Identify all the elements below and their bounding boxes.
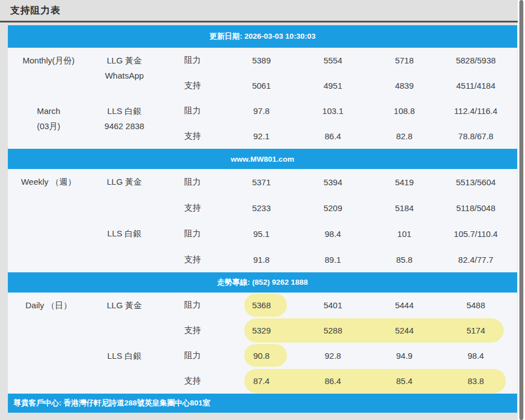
instrument-cell-gold: LLG 黃金 (89, 293, 159, 343)
resistance-label: 阻力 (159, 221, 226, 246)
weekly-section: Weekly （週） LLG 黃金 阻力 5371 5394 5419 5513… (8, 169, 517, 272)
instrument-cell-silver: LLS 白銀 (89, 343, 159, 394)
website-banner: www.MW801.com (8, 149, 517, 169)
instrument-line: LLG 黃金 (107, 53, 142, 68)
instrument-line: LLG 黃金 (107, 298, 142, 313)
value-cell: 5184 (369, 195, 440, 221)
support-label: 支持 (159, 368, 226, 394)
period-line: March (37, 103, 61, 118)
value-cell: 5444 (369, 293, 440, 318)
value-cell: 101 (369, 221, 440, 246)
website-text: www.MW801.com (231, 155, 294, 163)
value-cell: 78.8/67.8 (440, 124, 512, 149)
support-label: 支持 (159, 73, 226, 98)
value-cell: 112.4/116.4 (440, 98, 512, 124)
period-cell-march: March (03月) (8, 98, 89, 149)
instrument-line: LLG 黃金 (107, 174, 142, 189)
hotline-banner: 走勢專線: (852) 9262 1888 (8, 272, 517, 293)
value-cell: 97.8 (226, 98, 297, 124)
period-cell-daily: Daily （日） (8, 293, 89, 343)
period-line: Monthly(月份) (22, 53, 75, 68)
value-cell: 92.8 (297, 343, 368, 368)
instrument-cell-gold: LLG 黃金 (89, 169, 159, 221)
period-cell-empty (8, 221, 89, 272)
value-cell: 98.4 (440, 343, 512, 368)
value-cell: 5368 (226, 293, 297, 318)
value-cell: 86.4 (297, 124, 368, 149)
value-cell: 5488 (440, 293, 512, 318)
instrument-line: 9462 2838 (104, 118, 144, 134)
period-cell-weekly: Weekly （週） (8, 169, 89, 221)
daily-gold-rows: Daily （日） LLG 黃金 阻力 5368 5401 5444 5488 … (8, 293, 517, 343)
value-cell: 94.9 (369, 343, 440, 368)
vertical-scrollbar-thumb[interactable] (519, 0, 523, 420)
weekly-gold-rows: Weekly （週） LLG 黃金 阻力 5371 5394 5419 5513… (8, 169, 517, 221)
value-cell: 85.4 (369, 368, 440, 394)
period-line: Daily （日） (25, 298, 72, 313)
monthly-gold-rows: Monthly(月份) LLG 黃金 WhatsApp 阻力 5389 5554… (8, 48, 517, 98)
page-title: 支持阻力表 (0, 4, 61, 17)
value-cell: 5513/5604 (440, 169, 512, 195)
value-cell: 108.8 (369, 98, 440, 124)
period-line: Weekly （週） (21, 174, 76, 189)
update-date-banner: 更新日期: 2026-03-03 10:30:03 (8, 25, 517, 48)
value-cell: 5174 (440, 318, 512, 343)
instrument-line: LLS 白銀 (107, 348, 141, 363)
resistance-label: 阻力 (159, 98, 226, 124)
support-label: 支持 (159, 318, 226, 343)
value-cell: 4839 (369, 73, 440, 98)
value-cell: 5389 (226, 48, 297, 73)
value-cell: 89.1 (297, 246, 368, 272)
customer-center-text: 尊貴客戶中心: 香港灣仔軒尼詩道288號英皇集團中心801室 (13, 398, 210, 408)
value-cell: 5371 (226, 169, 297, 195)
instrument-cell-silver: LLS 白銀 (89, 221, 159, 272)
period-line: (03月) (37, 118, 61, 134)
value-cell: 5394 (297, 169, 368, 195)
instrument-cell-gold: LLG 黃金 WhatsApp (89, 48, 159, 98)
weekly-silver-rows: LLS 白銀 阻力 95.1 98.4 101 105.7/110.4 支持 9… (8, 221, 517, 272)
resistance-label: 阻力 (159, 48, 226, 73)
value-cell: 87.4 (226, 368, 297, 394)
resistance-label: 阻力 (159, 293, 226, 318)
value-cell: 5401 (297, 293, 368, 318)
value-cell: 5244 (369, 318, 440, 343)
instrument-cell-silver: LLS 白銀 9462 2838 (89, 98, 159, 149)
support-label: 支持 (159, 246, 226, 272)
resistance-label: 阻力 (159, 169, 226, 195)
value-cell: 5554 (297, 48, 368, 73)
value-cell: 5718 (369, 48, 440, 73)
value-cell: 5329 (226, 318, 297, 343)
update-date-text: 更新日期: 2026-03-03 10:30:03 (209, 31, 316, 42)
period-cell-monthly: Monthly(月份) (8, 48, 89, 98)
support-resistance-table: 更新日期: 2026-03-03 10:30:03 Monthly(月份) LL… (8, 25, 517, 413)
value-cell: 5288 (297, 318, 368, 343)
resistance-label: 阻力 (159, 343, 226, 368)
value-cell: 90.8 (226, 343, 297, 368)
value-cell: 82.4/77.7 (440, 246, 512, 272)
value-cell: 4951 (297, 73, 368, 98)
value-cell: 83.8 (440, 368, 512, 394)
value-cell: 92.1 (226, 124, 297, 149)
value-cell: 98.4 (297, 221, 368, 246)
value-cell: 95.1 (226, 221, 297, 246)
daily-section: Daily （日） LLG 黃金 阻力 5368 5401 5444 5488 … (8, 293, 517, 394)
daily-silver-rows: LLS 白銀 阻力 90.8 92.8 94.9 98.4 支持 87.4 86… (8, 343, 517, 394)
value-cell: 5209 (297, 195, 368, 221)
support-label: 支持 (159, 124, 226, 149)
value-cell: 5061 (226, 73, 297, 98)
value-cell: 91.8 (226, 246, 297, 272)
value-cell: 103.1 (297, 98, 368, 124)
value-cell: 5828/5938 (440, 48, 512, 73)
value-cell: 4511/4184 (440, 73, 512, 98)
value-cell: 5419 (369, 169, 440, 195)
monthly-section: Monthly(月份) LLG 黃金 WhatsApp 阻力 5389 5554… (8, 48, 517, 149)
value-cell: 85.8 (369, 246, 440, 272)
support-label: 支持 (159, 195, 226, 221)
value-cell: 5233 (226, 195, 297, 221)
instrument-line: LLS 白銀 (107, 226, 141, 241)
value-cell: 5118/5048 (440, 195, 512, 221)
value-cell: 82.8 (369, 124, 440, 149)
value-cell: 105.7/110.4 (440, 221, 512, 246)
hotline-text: 走勢專線: (852) 9262 1888 (217, 277, 308, 287)
vertical-scrollbar-track[interactable] (518, 0, 525, 420)
